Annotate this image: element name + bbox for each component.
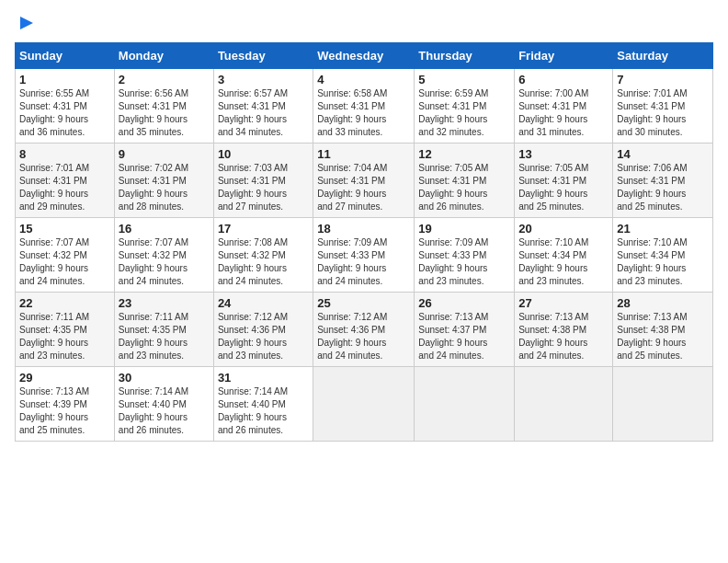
weekday-header-sunday: Sunday bbox=[16, 43, 115, 69]
day-info: Sunrise: 6:58 AM Sunset: 4:31 PM Dayligh… bbox=[317, 87, 410, 139]
svg-marker-0 bbox=[20, 17, 33, 29]
day-number: 19 bbox=[418, 222, 510, 236]
day-info: Sunrise: 6:56 AM Sunset: 4:31 PM Dayligh… bbox=[119, 87, 210, 139]
day-info: Sunrise: 7:12 AM Sunset: 4:36 PM Dayligh… bbox=[218, 311, 309, 362]
calendar-cell: 6Sunrise: 7:00 AM Sunset: 4:31 PM Daylig… bbox=[515, 69, 613, 144]
day-info: Sunrise: 7:03 AM Sunset: 4:31 PM Dayligh… bbox=[218, 162, 309, 213]
calendar-cell: 21Sunrise: 7:10 AM Sunset: 4:34 PM Dayli… bbox=[613, 218, 713, 293]
calendar-cell: 11Sunrise: 7:04 AM Sunset: 4:31 PM Dayli… bbox=[313, 144, 415, 218]
day-number: 4 bbox=[317, 73, 410, 86]
calendar-cell bbox=[415, 367, 515, 442]
calendar-cell: 30Sunrise: 7:14 AM Sunset: 4:40 PM Dayli… bbox=[114, 367, 213, 442]
calendar-cell: 7Sunrise: 7:01 AM Sunset: 4:31 PM Daylig… bbox=[613, 69, 713, 144]
calendar-cell: 17Sunrise: 7:08 AM Sunset: 4:32 PM Dayli… bbox=[213, 218, 313, 293]
calendar-cell: 27Sunrise: 7:13 AM Sunset: 4:38 PM Dayli… bbox=[515, 293, 613, 367]
day-number: 18 bbox=[317, 222, 410, 236]
day-number: 15 bbox=[19, 222, 110, 236]
day-number: 16 bbox=[119, 222, 210, 236]
day-number: 27 bbox=[518, 296, 609, 310]
day-number: 2 bbox=[119, 73, 210, 86]
day-info: Sunrise: 7:11 AM Sunset: 4:35 PM Dayligh… bbox=[119, 311, 210, 362]
day-number: 6 bbox=[518, 73, 609, 86]
day-info: Sunrise: 7:07 AM Sunset: 4:32 PM Dayligh… bbox=[119, 236, 210, 288]
day-info: Sunrise: 7:04 AM Sunset: 4:31 PM Dayligh… bbox=[317, 162, 410, 213]
day-number: 30 bbox=[119, 371, 210, 385]
calendar-week-row: 15Sunrise: 7:07 AM Sunset: 4:32 PM Dayli… bbox=[16, 218, 713, 293]
calendar-cell: 25Sunrise: 7:12 AM Sunset: 4:36 PM Dayli… bbox=[313, 293, 415, 367]
day-number: 31 bbox=[218, 371, 309, 385]
day-info: Sunrise: 7:01 AM Sunset: 4:31 PM Dayligh… bbox=[19, 162, 110, 213]
day-number: 29 bbox=[19, 371, 110, 385]
day-number: 17 bbox=[218, 222, 309, 236]
day-info: Sunrise: 7:11 AM Sunset: 4:35 PM Dayligh… bbox=[19, 311, 110, 362]
calendar-cell: 23Sunrise: 7:11 AM Sunset: 4:35 PM Dayli… bbox=[114, 293, 213, 367]
calendar-cell bbox=[515, 367, 613, 442]
weekday-header-row: SundayMondayTuesdayWednesdayThursdayFrid… bbox=[16, 43, 713, 69]
day-info: Sunrise: 7:08 AM Sunset: 4:32 PM Dayligh… bbox=[218, 236, 309, 288]
calendar-cell bbox=[613, 367, 713, 442]
calendar-cell: 26Sunrise: 7:13 AM Sunset: 4:37 PM Dayli… bbox=[415, 293, 515, 367]
day-info: Sunrise: 7:13 AM Sunset: 4:38 PM Dayligh… bbox=[617, 311, 709, 362]
weekday-header-monday: Monday bbox=[114, 43, 213, 69]
day-number: 21 bbox=[617, 222, 709, 236]
calendar-cell: 9Sunrise: 7:02 AM Sunset: 4:31 PM Daylig… bbox=[114, 144, 213, 218]
calendar-cell: 18Sunrise: 7:09 AM Sunset: 4:33 PM Dayli… bbox=[313, 218, 415, 293]
calendar-cell: 13Sunrise: 7:05 AM Sunset: 4:31 PM Dayli… bbox=[515, 144, 613, 218]
day-info: Sunrise: 6:59 AM Sunset: 4:31 PM Dayligh… bbox=[418, 87, 510, 139]
day-number: 11 bbox=[317, 147, 410, 161]
day-info: Sunrise: 7:13 AM Sunset: 4:37 PM Dayligh… bbox=[418, 311, 510, 362]
day-info: Sunrise: 7:13 AM Sunset: 4:38 PM Dayligh… bbox=[518, 311, 609, 362]
day-number: 26 bbox=[418, 296, 510, 310]
day-info: Sunrise: 7:14 AM Sunset: 4:40 PM Dayligh… bbox=[218, 385, 309, 437]
calendar-cell: 28Sunrise: 7:13 AM Sunset: 4:38 PM Dayli… bbox=[613, 293, 713, 367]
day-number: 25 bbox=[317, 296, 410, 310]
weekday-header-thursday: Thursday bbox=[415, 43, 515, 69]
calendar-week-row: 8Sunrise: 7:01 AM Sunset: 4:31 PM Daylig… bbox=[16, 144, 713, 218]
day-number: 1 bbox=[19, 73, 110, 86]
header bbox=[15, 15, 713, 31]
day-info: Sunrise: 7:13 AM Sunset: 4:39 PM Dayligh… bbox=[19, 385, 110, 437]
day-info: Sunrise: 7:09 AM Sunset: 4:33 PM Dayligh… bbox=[418, 236, 510, 288]
day-info: Sunrise: 6:57 AM Sunset: 4:31 PM Dayligh… bbox=[218, 87, 309, 139]
weekday-header-tuesday: Tuesday bbox=[213, 43, 313, 69]
day-info: Sunrise: 7:06 AM Sunset: 4:31 PM Dayligh… bbox=[617, 162, 709, 213]
calendar-cell: 12Sunrise: 7:05 AM Sunset: 4:31 PM Dayli… bbox=[415, 144, 515, 218]
day-number: 9 bbox=[119, 147, 210, 161]
day-number: 14 bbox=[617, 147, 709, 161]
weekday-header-wednesday: Wednesday bbox=[313, 43, 415, 69]
calendar-cell: 5Sunrise: 6:59 AM Sunset: 4:31 PM Daylig… bbox=[415, 69, 515, 144]
day-info: Sunrise: 7:00 AM Sunset: 4:31 PM Dayligh… bbox=[518, 87, 609, 139]
calendar-cell: 4Sunrise: 6:58 AM Sunset: 4:31 PM Daylig… bbox=[313, 69, 415, 144]
calendar-cell bbox=[313, 367, 415, 442]
calendar-cell: 15Sunrise: 7:07 AM Sunset: 4:32 PM Dayli… bbox=[16, 218, 115, 293]
day-number: 24 bbox=[218, 296, 309, 310]
day-number: 7 bbox=[617, 73, 709, 86]
calendar-table: SundayMondayTuesdayWednesdayThursdayFrid… bbox=[15, 42, 713, 442]
calendar-week-row: 29Sunrise: 7:13 AM Sunset: 4:39 PM Dayli… bbox=[16, 367, 713, 442]
calendar-cell: 8Sunrise: 7:01 AM Sunset: 4:31 PM Daylig… bbox=[16, 144, 115, 218]
day-info: Sunrise: 7:02 AM Sunset: 4:31 PM Dayligh… bbox=[119, 162, 210, 213]
logo-icon bbox=[17, 13, 37, 33]
day-info: Sunrise: 6:55 AM Sunset: 4:31 PM Dayligh… bbox=[19, 87, 110, 139]
day-info: Sunrise: 7:05 AM Sunset: 4:31 PM Dayligh… bbox=[518, 162, 609, 213]
day-info: Sunrise: 7:01 AM Sunset: 4:31 PM Dayligh… bbox=[617, 87, 709, 139]
calendar-cell: 20Sunrise: 7:10 AM Sunset: 4:34 PM Dayli… bbox=[515, 218, 613, 293]
day-number: 3 bbox=[218, 73, 309, 86]
day-info: Sunrise: 7:12 AM Sunset: 4:36 PM Dayligh… bbox=[317, 311, 410, 362]
day-info: Sunrise: 7:10 AM Sunset: 4:34 PM Dayligh… bbox=[617, 236, 709, 288]
day-number: 10 bbox=[218, 147, 309, 161]
calendar-cell: 10Sunrise: 7:03 AM Sunset: 4:31 PM Dayli… bbox=[213, 144, 313, 218]
calendar-cell: 31Sunrise: 7:14 AM Sunset: 4:40 PM Dayli… bbox=[213, 367, 313, 442]
calendar-cell: 2Sunrise: 6:56 AM Sunset: 4:31 PM Daylig… bbox=[114, 69, 213, 144]
day-number: 13 bbox=[518, 147, 609, 161]
logo bbox=[15, 15, 37, 31]
day-number: 22 bbox=[19, 296, 110, 310]
day-number: 20 bbox=[518, 222, 609, 236]
day-info: Sunrise: 7:10 AM Sunset: 4:34 PM Dayligh… bbox=[518, 236, 609, 288]
weekday-header-friday: Friday bbox=[515, 43, 613, 69]
calendar-cell: 24Sunrise: 7:12 AM Sunset: 4:36 PM Dayli… bbox=[213, 293, 313, 367]
calendar-week-row: 1Sunrise: 6:55 AM Sunset: 4:31 PM Daylig… bbox=[16, 69, 713, 144]
day-number: 8 bbox=[19, 147, 110, 161]
day-info: Sunrise: 7:05 AM Sunset: 4:31 PM Dayligh… bbox=[418, 162, 510, 213]
page-container: SundayMondayTuesdayWednesdayThursdayFrid… bbox=[0, 0, 728, 449]
